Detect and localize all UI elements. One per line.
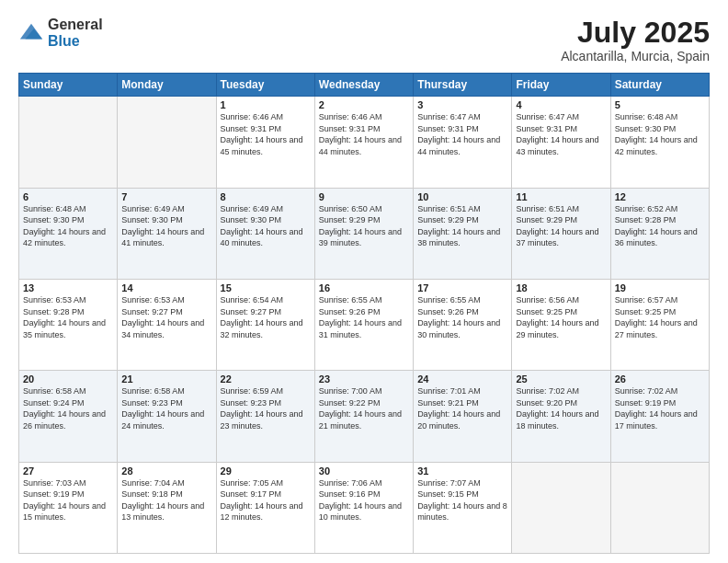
day-number: 7 bbox=[121, 191, 211, 202]
cell-info: Sunrise: 6:46 AMSunset: 9:31 PMDaylight:… bbox=[221, 111, 311, 157]
table-row: 26Sunrise: 7:02 AMSunset: 9:19 PMDayligh… bbox=[610, 371, 709, 462]
day-number: 21 bbox=[121, 373, 211, 385]
cell-info: Sunrise: 6:51 AMSunset: 9:29 PMDaylight:… bbox=[516, 203, 606, 249]
cell-info: Sunrise: 6:48 AMSunset: 9:30 PMDaylight:… bbox=[615, 111, 705, 157]
cell-info: Sunrise: 7:01 AMSunset: 9:21 PMDaylight:… bbox=[417, 385, 507, 431]
calendar-week-row: 1Sunrise: 6:46 AMSunset: 9:31 PMDaylight… bbox=[19, 97, 710, 188]
table-row: 14Sunrise: 6:53 AMSunset: 9:27 PMDayligh… bbox=[118, 279, 216, 370]
day-number: 29 bbox=[221, 465, 311, 477]
day-number: 20 bbox=[23, 373, 113, 385]
table-row: 25Sunrise: 7:02 AMSunset: 9:20 PMDayligh… bbox=[512, 371, 610, 462]
table-row: 7Sunrise: 6:49 AMSunset: 9:30 PMDaylight… bbox=[118, 188, 216, 279]
cell-info: Sunrise: 7:02 AMSunset: 9:19 PMDaylight:… bbox=[615, 385, 705, 431]
calendar-header-row: Sunday Monday Tuesday Wednesday Thursday… bbox=[19, 74, 710, 97]
cell-info: Sunrise: 6:59 AMSunset: 9:23 PMDaylight:… bbox=[221, 385, 311, 431]
day-number: 8 bbox=[221, 191, 311, 202]
cell-info: Sunrise: 7:06 AMSunset: 9:16 PMDaylight:… bbox=[319, 477, 409, 523]
col-tuesday: Tuesday bbox=[216, 74, 314, 97]
day-number: 9 bbox=[319, 191, 409, 202]
day-number: 17 bbox=[417, 282, 507, 293]
calendar-week-row: 27Sunrise: 7:03 AMSunset: 9:19 PMDayligh… bbox=[19, 462, 710, 553]
cell-info: Sunrise: 6:53 AMSunset: 9:27 PMDaylight:… bbox=[121, 294, 211, 340]
table-row: 10Sunrise: 6:51 AMSunset: 9:29 PMDayligh… bbox=[414, 188, 512, 279]
title-block: July 2025 Alcantarilla, Murcia, Spain bbox=[561, 17, 710, 63]
table-row: 28Sunrise: 7:04 AMSunset: 9:18 PMDayligh… bbox=[118, 462, 216, 553]
table-row: 23Sunrise: 7:00 AMSunset: 9:22 PMDayligh… bbox=[314, 371, 413, 462]
calendar-week-row: 13Sunrise: 6:53 AMSunset: 9:28 PMDayligh… bbox=[19, 279, 710, 370]
day-number: 27 bbox=[23, 465, 113, 477]
col-monday: Monday bbox=[118, 74, 216, 97]
cell-info: Sunrise: 6:50 AMSunset: 9:29 PMDaylight:… bbox=[319, 203, 409, 249]
day-number: 31 bbox=[417, 465, 507, 477]
cell-info: Sunrise: 6:57 AMSunset: 9:25 PMDaylight:… bbox=[615, 294, 705, 340]
cell-info: Sunrise: 6:53 AMSunset: 9:28 PMDaylight:… bbox=[23, 294, 113, 340]
col-thursday: Thursday bbox=[414, 74, 512, 97]
logo: General Blue bbox=[18, 17, 103, 49]
cell-info: Sunrise: 7:03 AMSunset: 9:19 PMDaylight:… bbox=[23, 477, 113, 523]
day-number: 2 bbox=[319, 99, 409, 110]
cell-info: Sunrise: 7:00 AMSunset: 9:22 PMDaylight:… bbox=[319, 385, 409, 431]
day-number: 30 bbox=[319, 465, 409, 477]
table-row: 21Sunrise: 6:58 AMSunset: 9:23 PMDayligh… bbox=[118, 371, 216, 462]
day-number: 28 bbox=[121, 465, 211, 477]
table-row: 13Sunrise: 6:53 AMSunset: 9:28 PMDayligh… bbox=[19, 279, 118, 370]
day-number: 24 bbox=[417, 373, 507, 385]
logo-general: General bbox=[48, 17, 103, 33]
table-row: 12Sunrise: 6:52 AMSunset: 9:28 PMDayligh… bbox=[610, 188, 709, 279]
cell-info: Sunrise: 6:58 AMSunset: 9:23 PMDaylight:… bbox=[121, 385, 211, 431]
cell-info: Sunrise: 6:47 AMSunset: 9:31 PMDaylight:… bbox=[417, 111, 507, 157]
table-row: 4Sunrise: 6:47 AMSunset: 9:31 PMDaylight… bbox=[512, 97, 610, 188]
day-number: 3 bbox=[417, 99, 507, 110]
day-number: 11 bbox=[516, 191, 606, 202]
table-row: 11Sunrise: 6:51 AMSunset: 9:29 PMDayligh… bbox=[512, 188, 610, 279]
table-row: 15Sunrise: 6:54 AMSunset: 9:27 PMDayligh… bbox=[216, 279, 314, 370]
cell-info: Sunrise: 7:05 AMSunset: 9:17 PMDaylight:… bbox=[221, 477, 311, 523]
cell-info: Sunrise: 6:49 AMSunset: 9:30 PMDaylight:… bbox=[221, 203, 311, 249]
table-row: 8Sunrise: 6:49 AMSunset: 9:30 PMDaylight… bbox=[216, 188, 314, 279]
logo-icon bbox=[18, 20, 44, 46]
cell-info: Sunrise: 7:07 AMSunset: 9:15 PMDaylight:… bbox=[417, 477, 507, 523]
calendar-table: Sunday Monday Tuesday Wednesday Thursday… bbox=[18, 73, 710, 554]
day-number: 16 bbox=[319, 282, 409, 293]
cell-info: Sunrise: 6:51 AMSunset: 9:29 PMDaylight:… bbox=[417, 203, 507, 249]
table-row: 17Sunrise: 6:55 AMSunset: 9:26 PMDayligh… bbox=[414, 279, 512, 370]
cell-info: Sunrise: 6:47 AMSunset: 9:31 PMDaylight:… bbox=[516, 111, 606, 157]
day-number: 5 bbox=[615, 99, 705, 110]
day-number: 14 bbox=[121, 282, 211, 293]
page: General Blue July 2025 Alcantarilla, Mur… bbox=[0, 0, 728, 563]
cell-info: Sunrise: 6:55 AMSunset: 9:26 PMDaylight:… bbox=[319, 294, 409, 340]
col-friday: Friday bbox=[512, 74, 610, 97]
table-row: 30Sunrise: 7:06 AMSunset: 9:16 PMDayligh… bbox=[314, 462, 413, 553]
logo-text: General Blue bbox=[48, 17, 103, 49]
calendar-week-row: 20Sunrise: 6:58 AMSunset: 9:24 PMDayligh… bbox=[19, 371, 710, 462]
table-row: 18Sunrise: 6:56 AMSunset: 9:25 PMDayligh… bbox=[512, 279, 610, 370]
cell-info: Sunrise: 6:58 AMSunset: 9:24 PMDaylight:… bbox=[23, 385, 113, 431]
table-row: 1Sunrise: 6:46 AMSunset: 9:31 PMDaylight… bbox=[216, 97, 314, 188]
table-row: 2Sunrise: 6:46 AMSunset: 9:31 PMDaylight… bbox=[314, 97, 413, 188]
day-number: 13 bbox=[23, 282, 113, 293]
table-row: 20Sunrise: 6:58 AMSunset: 9:24 PMDayligh… bbox=[19, 371, 118, 462]
table-row: 19Sunrise: 6:57 AMSunset: 9:25 PMDayligh… bbox=[610, 279, 709, 370]
day-number: 6 bbox=[23, 191, 113, 202]
header: General Blue July 2025 Alcantarilla, Mur… bbox=[18, 17, 710, 63]
subtitle: Alcantarilla, Murcia, Spain bbox=[561, 49, 710, 63]
col-wednesday: Wednesday bbox=[314, 74, 413, 97]
main-title: July 2025 bbox=[561, 17, 710, 49]
table-row: 6Sunrise: 6:48 AMSunset: 9:30 PMDaylight… bbox=[19, 188, 118, 279]
day-number: 4 bbox=[516, 99, 606, 110]
cell-info: Sunrise: 6:49 AMSunset: 9:30 PMDaylight:… bbox=[121, 203, 211, 249]
cell-info: Sunrise: 7:02 AMSunset: 9:20 PMDaylight:… bbox=[516, 385, 606, 431]
table-row: 16Sunrise: 6:55 AMSunset: 9:26 PMDayligh… bbox=[314, 279, 413, 370]
table-row: 3Sunrise: 6:47 AMSunset: 9:31 PMDaylight… bbox=[414, 97, 512, 188]
table-row bbox=[610, 462, 709, 553]
day-number: 10 bbox=[417, 191, 507, 202]
table-row bbox=[118, 97, 216, 188]
calendar-week-row: 6Sunrise: 6:48 AMSunset: 9:30 PMDaylight… bbox=[19, 188, 710, 279]
day-number: 26 bbox=[615, 373, 705, 385]
cell-info: Sunrise: 6:54 AMSunset: 9:27 PMDaylight:… bbox=[221, 294, 311, 340]
cell-info: Sunrise: 7:04 AMSunset: 9:18 PMDaylight:… bbox=[121, 477, 211, 523]
day-number: 18 bbox=[516, 282, 606, 293]
cell-info: Sunrise: 6:56 AMSunset: 9:25 PMDaylight:… bbox=[516, 294, 606, 340]
day-number: 25 bbox=[516, 373, 606, 385]
table-row: 31Sunrise: 7:07 AMSunset: 9:15 PMDayligh… bbox=[414, 462, 512, 553]
